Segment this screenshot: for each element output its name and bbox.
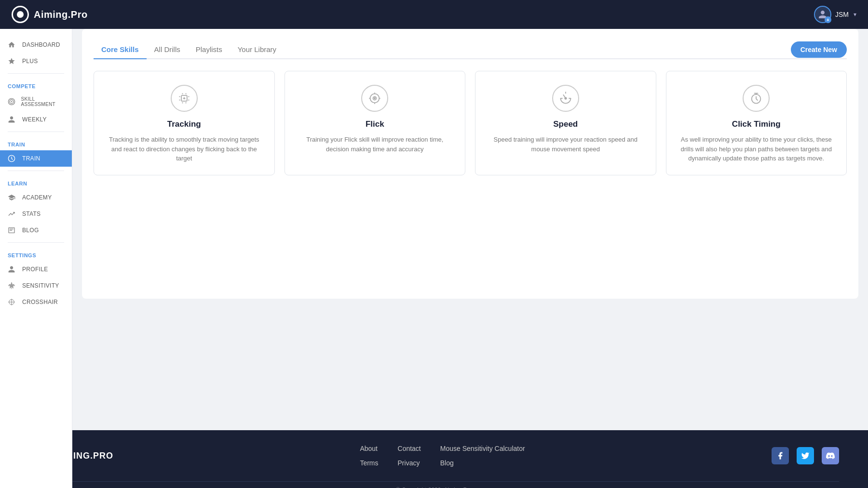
sidebar-item-academy[interactable]: ACADEMY — [0, 189, 72, 206]
profile-icon — [8, 265, 17, 273]
sidebar-section-settings: SETTINGS — [0, 247, 72, 261]
sidebar-section-compete: COMPETE — [0, 78, 72, 92]
sidebar-label-stats: STATS — [22, 211, 41, 217]
academy-icon — [8, 194, 17, 201]
sidebar-item-skill-assessment[interactable]: SKILL ASSESSMENT — [0, 92, 72, 111]
flick-desc: Training your Flick skill will improve r… — [295, 135, 456, 154]
header-title: Aiming.Pro — [34, 9, 88, 20]
svg-marker-4 — [8, 282, 14, 289]
content-area: Core Skills All Drills Playlists Your Li… — [82, 29, 858, 299]
user-menu[interactable]: + JSM ▾ — [814, 6, 856, 23]
star-icon — [8, 57, 17, 65]
sidebar-label-crosshair: CROSSHAIR — [22, 299, 58, 305]
sidebar-divider-4 — [8, 242, 64, 243]
sidebar-section-learn: LEARN — [0, 175, 72, 189]
user-name: JSM — [835, 11, 849, 18]
sidebar-label-train: TRAIN — [22, 155, 41, 162]
footer-social — [772, 447, 839, 464]
sidebar-divider-1 — [8, 73, 64, 74]
footer-col-2: Contact Privacy — [398, 445, 421, 467]
speed-desc: Speed training will improve your reactio… — [485, 135, 646, 154]
sidebar-item-plus[interactable]: PLUS — [0, 53, 72, 69]
footer-col-1: About Terms — [360, 445, 378, 467]
speed-icon — [552, 85, 579, 112]
card-click-timing[interactable]: Click Timing As well improving your abil… — [666, 71, 847, 175]
train-icon — [8, 155, 17, 162]
sensitivity-icon — [8, 282, 17, 290]
sidebar-item-blog[interactable]: BLOG — [0, 222, 72, 238]
click-timing-desc: As well improving your ability to time y… — [676, 135, 837, 163]
sidebar-section-train: TRAIN — [0, 136, 72, 150]
sidebar: DASHBOARD PLUS COMPETE SKILL ASSESSMENT … — [0, 29, 72, 488]
card-speed[interactable]: Speed Speed training will improve your r… — [475, 71, 656, 175]
tab-core-skills[interactable]: Core Skills — [94, 40, 147, 59]
click-timing-title: Click Timing — [732, 119, 781, 129]
sidebar-label-plus: PLUS — [22, 58, 38, 65]
sidebar-item-crosshair[interactable]: CROSSHAIR — [0, 294, 72, 310]
create-new-button[interactable]: Create New — [791, 41, 847, 58]
footer-col-3: Mouse Sensitivity Calculator Blog — [440, 445, 525, 467]
sidebar-label-weekly: WEEKLY — [22, 116, 47, 123]
card-flick[interactable]: Flick Training your Flick skill will imp… — [285, 71, 466, 175]
twitter-icon[interactable] — [797, 447, 814, 464]
sidebar-item-train[interactable]: TRAIN — [0, 150, 72, 167]
sidebar-label-dashboard: DASHBOARD — [22, 41, 60, 48]
tabs-bar: Core Skills All Drills Playlists Your Li… — [94, 40, 847, 59]
avatar: + — [814, 6, 831, 23]
svg-point-15 — [374, 98, 375, 99]
footer-link-blog[interactable]: Blog — [440, 459, 525, 467]
card-tracking[interactable]: Tracking Tracking is the ability to smoo… — [94, 71, 275, 175]
chevron-down-icon: ▾ — [854, 11, 856, 18]
sidebar-label-skill-assessment: SKILL ASSESSMENT — [21, 96, 65, 107]
sidebar-label-profile: PROFILE — [22, 266, 48, 273]
discord-icon[interactable] — [822, 447, 839, 464]
footer: AIMING.PRO About Terms Contact Privacy M… — [0, 430, 868, 488]
footer-links: About Terms Contact Privacy Mouse Sensit… — [360, 445, 525, 467]
footer-link-privacy[interactable]: Privacy — [398, 459, 421, 467]
cards-grid: Tracking Tracking is the ability to smoo… — [94, 71, 847, 175]
target-icon — [8, 98, 16, 106]
logo-icon — [12, 6, 29, 23]
sidebar-item-sensitivity[interactable]: SENSITIVITY — [0, 277, 72, 294]
blog-icon — [8, 226, 17, 234]
footer-link-mouse-sensitivity[interactable]: Mouse Sensitivity Calculator — [440, 445, 525, 452]
sidebar-divider-2 — [8, 132, 64, 132]
sidebar-label-sensitivity: SENSITIVITY — [22, 282, 59, 289]
sidebar-item-weekly[interactable]: WEEKLY — [0, 111, 72, 128]
sidebar-label-academy: ACADEMY — [22, 194, 52, 201]
stats-icon — [8, 210, 17, 218]
click-timing-icon — [743, 85, 770, 112]
main-content: Core Skills All Drills Playlists Your Li… — [72, 29, 868, 430]
sidebar-divider-3 — [8, 171, 64, 171]
flick-icon — [361, 85, 388, 112]
tab-your-library[interactable]: Your Library — [230, 40, 284, 59]
footer-link-terms[interactable]: Terms — [360, 459, 378, 467]
sidebar-item-profile[interactable]: PROFILE — [0, 261, 72, 277]
speed-title: Speed — [553, 119, 578, 129]
header-logo: Aiming.Pro — [12, 6, 88, 23]
sidebar-item-stats[interactable]: STATS — [0, 206, 72, 222]
tracking-desc: Tracking is the ability to smoothly trac… — [104, 135, 265, 163]
footer-link-contact[interactable]: Contact — [398, 445, 421, 452]
svg-point-16 — [565, 97, 567, 99]
footer-link-about[interactable]: About — [360, 445, 378, 452]
facebook-icon[interactable] — [772, 447, 789, 464]
footer-copyright: © Copyright 2020, Aiming.Pro — [29, 481, 839, 488]
sidebar-item-dashboard[interactable]: DASHBOARD — [0, 37, 72, 53]
crosshair-sidebar-icon — [8, 298, 17, 306]
tab-all-drills[interactable]: All Drills — [147, 40, 188, 59]
tracking-title: Tracking — [167, 119, 201, 129]
sidebar-label-blog: BLOG — [22, 227, 39, 234]
avatar-plus-icon: + — [825, 16, 831, 23]
logo-inner-circle — [17, 11, 24, 18]
tracking-icon — [171, 85, 198, 112]
tab-playlists[interactable]: Playlists — [188, 40, 230, 59]
app-header: Aiming.Pro + JSM ▾ — [0, 0, 868, 29]
flick-title: Flick — [366, 119, 384, 129]
person-icon — [8, 116, 17, 123]
svg-point-2 — [11, 101, 13, 103]
home-icon — [8, 41, 17, 49]
